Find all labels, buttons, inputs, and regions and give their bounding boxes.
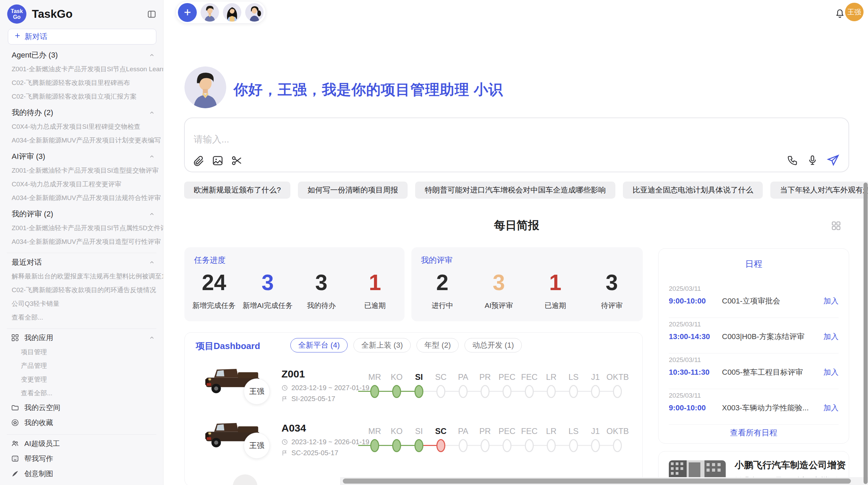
section-header-ai-review[interactable]: AI评审 (3): [0, 149, 163, 164]
section-header-agent-done[interactable]: Agent已办 (3): [0, 48, 163, 62]
sidebar-item-project-mgmt[interactable]: 项目管理: [0, 345, 163, 359]
view-all-apps[interactable]: 查看全部...: [0, 386, 163, 400]
view-all-chats[interactable]: 查看全部...: [0, 311, 163, 324]
main-area: 王强 你好，王强，我是你的项目管理助理 小识 欧洲新规最近颁布了什么? 如何写一…: [164, 0, 868, 485]
sidebar-collapse-icon[interactable]: [147, 10, 156, 19]
sidebar-item-product-mgmt[interactable]: 产品管理: [0, 359, 163, 373]
milestone-dot: [459, 385, 468, 398]
stat-value: 3: [294, 270, 348, 295]
list-item[interactable]: C02-飞腾新能源轻客改款项目立项汇报方案: [0, 90, 163, 103]
sidebar-item-ai-employees[interactable]: AI超级员工: [0, 436, 163, 451]
vertical-scrollbar-thumb[interactable]: [864, 183, 868, 484]
chevron-up-icon[interactable]: [149, 110, 155, 116]
schedule-event: 2025/03/11 10:30-11:30 C005-整车工程目标评审 加入: [669, 356, 839, 389]
list-item[interactable]: C0X4-动力总成开发项目工程变更评审: [0, 177, 163, 191]
avatar[interactable]: [201, 3, 219, 22]
list-item[interactable]: Z001-全新燃油轻卡产品开发项目SI节点属性5D文件评审: [0, 221, 163, 235]
join-link[interactable]: 加入: [823, 332, 839, 342]
chevron-up-icon[interactable]: [149, 259, 155, 265]
new-chat-button[interactable]: 新对话: [8, 29, 156, 45]
chat-input[interactable]: [194, 133, 674, 150]
list-item[interactable]: 公司Q3轻卡销量: [0, 297, 163, 311]
list-item[interactable]: Z001-全新燃油轻卡产品开发项目SI造型提交物评审: [0, 164, 163, 177]
section-header-my-todo[interactable]: 我的待办 (2): [0, 105, 163, 120]
my-review-card: 我的评审 2进行中 3AI预评审 1已逾期 3待评审: [411, 247, 643, 321]
suggestion-chip[interactable]: 如何写一份清晰的项目周报: [298, 182, 408, 199]
notification-bell-icon[interactable]: [834, 8, 845, 21]
join-link[interactable]: 加入: [823, 367, 839, 377]
sidebar-item-help-write[interactable]: 帮我写作: [0, 451, 163, 466]
list-item[interactable]: A034-全新新能源MUV产品开发项目造型可行性评审: [0, 235, 163, 249]
milestone-dot: [613, 385, 622, 398]
stat: 3新增AI完成任务: [241, 270, 295, 310]
chevron-up-icon[interactable]: [149, 153, 155, 160]
add-agent-button[interactable]: [178, 3, 197, 22]
tab-all-platform[interactable]: 全新平台 (4): [290, 338, 348, 352]
list-item[interactable]: Z001-全新燃油皮卡产品开发项目SI节点Lesson Learn报告: [0, 62, 163, 76]
stat: 1已逾期: [527, 270, 584, 310]
suggestion-chip[interactable]: 比亚迪全固态电池计划具体说了什么: [623, 182, 763, 199]
sidebar-item-favorites[interactable]: 我的收藏: [0, 415, 163, 430]
sidebar-item-creative-draw[interactable]: 创意制图: [0, 466, 163, 481]
image-icon[interactable]: [212, 154, 224, 167]
milestone-label: MR: [364, 426, 386, 436]
avatar[interactable]: [223, 3, 241, 22]
paperclip-icon[interactable]: [192, 154, 205, 167]
project-row[interactable]: 王强 A034 2023-12-19 ~ 2026-01-19 SC-2025-…: [185, 413, 642, 468]
owner-badge: 王强: [244, 433, 270, 459]
chevron-up-icon[interactable]: [149, 52, 155, 58]
list-item[interactable]: A034-全新新能源MUV产品开发项目法规符合性评审: [0, 191, 163, 205]
scissors-icon[interactable]: [231, 154, 243, 167]
horizontal-scrollbar[interactable]: [340, 477, 868, 485]
view-all-schedule-link[interactable]: 查看所有日程: [659, 427, 849, 438]
chevron-up-icon[interactable]: [149, 335, 155, 341]
list-item[interactable]: A034-全新新能源MUV产品开发项目计划变更表编写: [0, 134, 163, 147]
list-item[interactable]: C02-飞腾新能源轻客改款项目里程碑画布: [0, 76, 163, 90]
milestone-dot: [481, 385, 490, 398]
suggestion-chip[interactable]: 欧洲新规最近颁布了什么?: [184, 182, 290, 199]
stat-label: 我的待办: [294, 301, 348, 310]
stat-label: 已逾期: [527, 301, 584, 310]
app-title: TaskGo: [32, 8, 73, 21]
phone-icon[interactable]: [787, 154, 798, 166]
clock-icon: [281, 439, 288, 445]
list-item[interactable]: 解释最新出台的欧盟报废车法规再生塑料比例被调至15%...: [0, 270, 163, 283]
list-item[interactable]: C02-飞腾新能源轻客改款项目的闭环通告反馈情况: [0, 283, 163, 297]
section-header-my-review[interactable]: 我的评审 (2): [0, 207, 163, 221]
milestone-label: OKTB: [606, 372, 628, 382]
sidebar: Task Go TaskGo 新对话 Agent已办 (3) Z001-全新燃油…: [0, 0, 164, 485]
horizontal-scrollbar-thumb[interactable]: [343, 478, 851, 484]
owner-badge: 王强: [244, 378, 270, 405]
milestone-dot: [591, 385, 600, 398]
join-link[interactable]: 加入: [823, 296, 839, 306]
list-item[interactable]: C0X4-动力总成开发项目SI里程碑提交物检查: [0, 120, 163, 134]
chevron-up-icon[interactable]: [149, 211, 155, 217]
project-row[interactable]: 王强 Z001 2023-12-19 ~ 2027-01-19 SI-2025-…: [185, 359, 642, 413]
ai-employees-label: AI超级员工: [24, 439, 60, 448]
mic-icon[interactable]: [807, 154, 818, 166]
user-avatar[interactable]: 王强: [845, 3, 864, 21]
stat-label: 进行中: [414, 301, 471, 310]
send-icon[interactable]: [827, 154, 840, 167]
milestone-dot: [613, 439, 622, 452]
sidebar-item-my-apps[interactable]: 我的应用: [0, 330, 163, 345]
sidebar-item-change-mgmt[interactable]: 变更管理: [0, 373, 163, 386]
stat-value: 24: [187, 270, 241, 295]
layout-grid-icon[interactable]: [831, 221, 841, 232]
tab-new-body[interactable]: 全新上装 (3): [353, 338, 411, 352]
schedule-card: 日程 2025/03/11 9:00-10:00 C001-立项审批会 加入 2…: [658, 248, 849, 444]
suggestion-chip[interactable]: 特朗普可能对进口汽车增税会对中国车企造成哪些影响: [415, 182, 615, 199]
event-name: C001-立项审批会: [722, 296, 780, 306]
milestone-dot: [436, 385, 445, 398]
task-progress-card: 任务进度 24新增完成任务 3新增AI完成任务 3我的待办 1已逾期: [184, 247, 405, 321]
tab-year-model[interactable]: 年型 (2): [417, 338, 459, 352]
tab-powertrain[interactable]: 动总开发 (1): [465, 338, 522, 352]
join-link[interactable]: 加入: [823, 403, 839, 413]
section-header-recent-chats[interactable]: 最近对话: [0, 255, 163, 270]
milestone-label: LS: [563, 372, 584, 382]
section-title: Agent已办 (3): [12, 50, 58, 60]
new-chat-label: 新对话: [25, 32, 47, 42]
sidebar-item-cloud-space[interactable]: 我的云空间: [0, 400, 163, 415]
suggestion-chip[interactable]: 当下年轻人对汽车外观有怎样的喜好趋势: [770, 182, 868, 199]
avatar[interactable]: [245, 3, 264, 22]
